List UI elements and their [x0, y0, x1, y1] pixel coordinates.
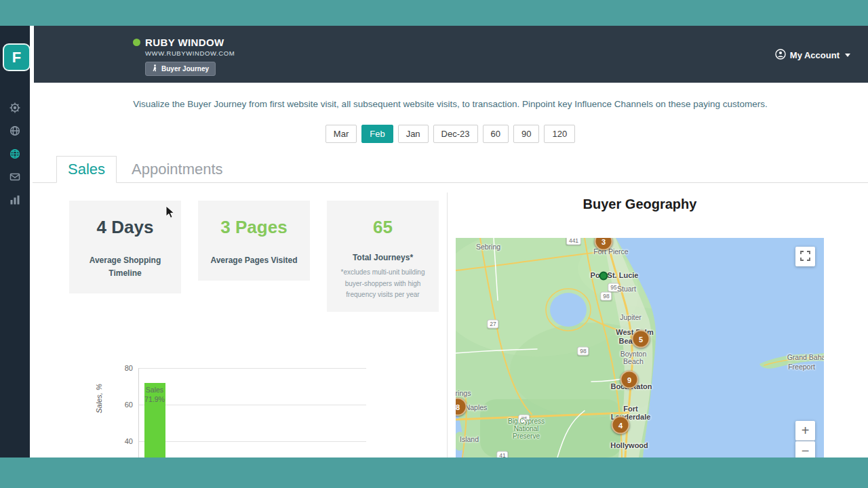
sidebar-item-buyer-journey[interactable] — [9, 148, 21, 160]
buyer-geography-title: Buyer Geography — [456, 197, 824, 212]
fullscreen-icon — [800, 249, 810, 264]
stat-footnote: *excludes multi-unit building buyer-shop… — [327, 267, 439, 301]
y-tick-80: 80 — [107, 364, 133, 372]
chart-y-axis-label: Sales, % — [95, 358, 103, 439]
stat-label: Average ShoppingTimeline — [69, 254, 181, 280]
header: RUBY WINDOW WWW.RUBYWINDOW.COM Buyer Jou… — [34, 26, 868, 83]
brand-dot-icon — [133, 39, 140, 46]
route-shield-98: 98 — [577, 347, 589, 356]
map-cluster-marker[interactable]: 5 — [632, 330, 650, 348]
map-label-national: National — [514, 425, 539, 432]
envelope-icon — [9, 171, 21, 183]
buyer-journey-badge-label: Buyer Journey — [161, 65, 209, 73]
map-label-fort: Fort — [623, 405, 637, 413]
map-label-jupiter: Jupiter — [620, 313, 642, 321]
globe-grid-icon — [9, 148, 21, 160]
section-divider — [447, 192, 448, 458]
buyer-journey-badge[interactable]: Buyer Journey — [145, 62, 216, 76]
route-shield-27: 27 — [487, 320, 498, 329]
stat-value: 4 Days — [69, 217, 181, 238]
app-window: F — [0, 0, 868, 488]
filter-button-60[interactable]: 60 — [483, 125, 509, 143]
sidebar-item-mail[interactable] — [9, 171, 21, 183]
user-icon — [775, 49, 786, 62]
stat-value: 65 — [327, 217, 439, 238]
stat-card-total-journeys: 65 Total Journeys* *excludes multi-unit … — [327, 201, 439, 312]
globe-icon — [9, 125, 21, 137]
map-label-springs-partial: rings — [456, 389, 471, 397]
walking-person-icon — [152, 64, 158, 73]
map-label-big-cypress: Big Cypress — [508, 418, 545, 425]
stat-card-shopping-timeline: 4 Days Average ShoppingTimeline — [69, 201, 181, 293]
map-label-port-st-lucie: Port St. Lucie — [591, 271, 639, 279]
bottom-letterbox-bar — [0, 458, 868, 488]
intro-text: Visualize the Buyer Journey from first w… — [33, 99, 868, 109]
gridline — [138, 368, 366, 369]
helm-icon — [9, 102, 21, 114]
y-tick-40: 40 — [107, 437, 133, 445]
sales-bar-label: Sales 71.9% — [138, 386, 172, 404]
map-label-naples: Naples — [465, 403, 488, 411]
chevron-down-icon — [845, 54, 850, 57]
map-label-island: Island — [460, 435, 479, 443]
route-shield-41: 41 — [496, 451, 508, 458]
tab-sales[interactable]: Sales — [56, 156, 117, 183]
map-label-preserve: Preserve — [513, 432, 540, 440]
filter-button-mar[interactable]: Mar — [326, 125, 357, 143]
sidebar-item-web[interactable] — [9, 125, 21, 137]
buyer-geography-map[interactable]: 441 95 98 98 27 75 41 Sebring Fort Pierc… — [456, 238, 824, 458]
map-cluster-marker[interactable]: 9 — [620, 371, 639, 389]
filter-button-dec23[interactable]: Dec-23 — [433, 125, 478, 143]
map-label-hollywood: Hollywood — [610, 441, 648, 449]
mouse-cursor-icon — [165, 205, 176, 222]
filter-button-jan[interactable]: Jan — [398, 125, 429, 143]
map-pin-green[interactable] — [599, 272, 608, 281]
tab-appointments[interactable]: Appointments — [121, 157, 234, 182]
map-label-stuart: Stuart — [617, 285, 636, 293]
sidebar-item-dashboard[interactable] — [9, 102, 21, 114]
brand-url: WWW.RUBYWINDOW.COM — [145, 49, 235, 57]
map-label-grand-bahama: Grand Baha — [787, 353, 824, 361]
zoom-out-button[interactable]: − — [795, 441, 815, 458]
map-label-boynton-beach: Beach — [623, 357, 644, 365]
sidebar: F — [0, 26, 30, 458]
gridline — [138, 441, 366, 442]
stat-value: 3 Pages — [198, 217, 310, 238]
gridline — [138, 405, 366, 405]
filter-button-feb[interactable]: Feb — [361, 125, 393, 143]
stat-label: Total Journeys* — [327, 251, 439, 264]
bar-chart-icon — [9, 194, 21, 206]
route-shield-441: 441 — [566, 238, 581, 245]
map-cluster-marker[interactable]: 4 — [612, 416, 630, 434]
app-logo[interactable]: F — [3, 43, 31, 71]
fullscreen-button[interactable] — [795, 247, 815, 266]
map-label-sebring: Sebring — [476, 243, 500, 251]
route-shield-98: 98 — [600, 292, 612, 301]
y-axis-line — [138, 368, 139, 458]
map-label-freeport: Freeport — [788, 363, 815, 371]
filter-button-90[interactable]: 90 — [513, 125, 539, 143]
my-account-menu[interactable]: My Account — [775, 49, 850, 62]
tab-bar: Sales Appointments — [33, 155, 868, 183]
brand-name: RUBY WINDOW — [145, 37, 224, 48]
date-filter-row: Mar Feb Jan Dec-23 60 90 120 — [33, 125, 868, 143]
stat-card-pages-visited: 3 Pages Average Pages Visited — [198, 201, 310, 281]
stat-label: Average Pages Visited — [198, 254, 310, 267]
my-account-label: My Account — [790, 50, 840, 60]
sidebar-item-reports[interactable] — [9, 194, 21, 206]
y-tick-60: 60 — [107, 401, 133, 409]
zoom-in-button[interactable]: + — [795, 421, 815, 441]
top-letterbox-bar — [0, 0, 868, 26]
brand-block: RUBY WINDOW WWW.RUBYWINDOW.COM Buyer Jou… — [133, 37, 235, 76]
filter-button-120[interactable]: 120 — [544, 125, 575, 143]
